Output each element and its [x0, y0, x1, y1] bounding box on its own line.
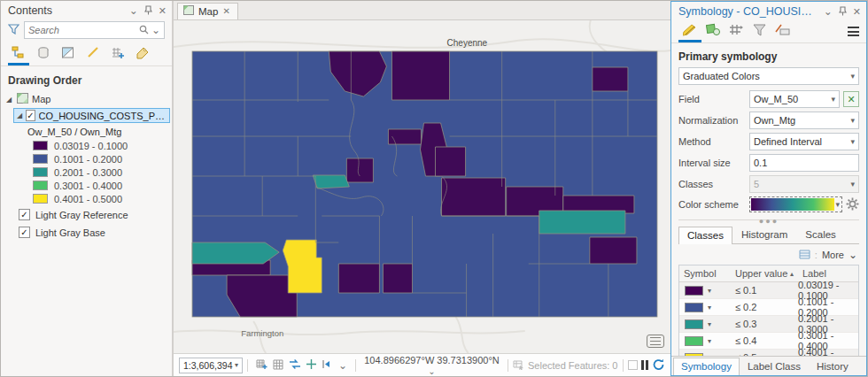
class-swatch[interactable]: [685, 319, 703, 329]
tab-classes[interactable]: Classes: [678, 227, 732, 244]
bottom-tab-history[interactable]: History: [809, 358, 856, 375]
symbology-close-icon[interactable]: ✕: [853, 7, 861, 17]
list-by-labeling-icon[interactable]: [132, 46, 153, 65]
gear-icon[interactable]: [846, 197, 859, 212]
color-scheme-label: Color scheme: [678, 199, 746, 210]
table-view-icon[interactable]: [799, 250, 810, 261]
color-scheme-row: Color scheme ▾: [678, 196, 859, 212]
symbology-type-select[interactable]: Graduated Colors▾: [678, 67, 859, 85]
legend-row[interactable]: 0.4001 - 0.5000: [1, 192, 172, 205]
more-row: : More ⌄: [678, 244, 859, 265]
filter-icon[interactable]: [8, 24, 19, 36]
new-map-grid-icon[interactable]: [256, 359, 267, 372]
coords-dropdown-icon[interactable]: ⌄: [428, 366, 435, 376]
expression-button[interactable]: ✕: [843, 91, 859, 107]
map-view-tab[interactable]: Map ✕: [177, 3, 238, 19]
list-by-drawing-order-icon[interactable]: [8, 46, 29, 65]
grid-icon[interactable]: [273, 359, 283, 372]
layer-item-selected[interactable]: ◢ ✓ CO_HOUSING_COSTS_PCT_HOUSEHOLD_INCO.…: [13, 108, 170, 123]
search-options-icon[interactable]: ⌄: [151, 25, 160, 35]
collapse-icon[interactable]: ⌄: [129, 5, 138, 16]
base-layer-checkbox[interactable]: ✓: [19, 227, 30, 238]
pane-splitter[interactable]: ●●●: [678, 219, 859, 226]
legend-swatch[interactable]: [33, 194, 48, 204]
pause-drawing-icon[interactable]: [641, 360, 649, 370]
list-by-data-source-icon[interactable]: [33, 46, 54, 65]
close-icon[interactable]: ✕: [159, 6, 167, 16]
more-button[interactable]: More: [822, 250, 844, 260]
county-polygons[interactable]: [192, 51, 657, 317]
legend-row[interactable]: 0.1001 - 0.2000: [1, 152, 172, 165]
menu-icon[interactable]: [848, 27, 859, 42]
reference-layer-label: Light Gray Reference: [35, 210, 128, 220]
contents-search-row: ⌄: [1, 19, 172, 42]
navigator-icon[interactable]: [322, 359, 333, 371]
base-layer-item[interactable]: ✓ Light Gray Base: [1, 223, 172, 241]
swap-arrows-icon[interactable]: [289, 359, 301, 371]
more-dropdown-icon[interactable]: ⌄: [849, 249, 857, 261]
choropleth-map[interactable]: Cheyenne Farmington: [174, 20, 670, 353]
field-row: Field Ow_M_50▾ ✕: [678, 90, 859, 108]
primary-symbology-icon[interactable]: [678, 23, 701, 42]
expand-icon[interactable]: ◢: [4, 96, 13, 104]
search-icon[interactable]: [139, 25, 149, 36]
symbology-collapse-icon[interactable]: ⌄: [824, 6, 833, 17]
legend-label: 0.4001 - 0.5000: [54, 194, 122, 204]
list-by-snapping-icon[interactable]: [107, 46, 128, 65]
class-swatch[interactable]: [685, 336, 703, 346]
legend-row[interactable]: 0.2001 - 0.3000: [1, 165, 172, 179]
scale-dropdown-icon[interactable]: ▾: [235, 361, 238, 369]
coordinates-display[interactable]: 104.8966297°W 39.7313900°N ⌄: [360, 355, 503, 376]
legend-row[interactable]: 0.03019 - 0.1000: [1, 139, 172, 152]
method-select[interactable]: Defined Interval▾: [749, 133, 859, 150]
bottom-tab-label-class[interactable]: Label Class: [740, 358, 809, 375]
legend-swatch[interactable]: [33, 181, 48, 190]
legend-row[interactable]: 0.3001 - 0.4000: [1, 179, 172, 192]
filter-symbology-icon[interactable]: [748, 24, 771, 42]
vary-symbology-icon[interactable]: [701, 23, 725, 42]
symbol-layer-drawing-icon[interactable]: [725, 23, 748, 42]
statusbar-more-icon[interactable]: ⌄: [338, 360, 347, 371]
feedback-icon[interactable]: [647, 335, 664, 348]
tab-scales[interactable]: Scales: [796, 226, 845, 243]
attributes-icon[interactable]: [628, 360, 638, 370]
bottom-tab-symbology[interactable]: Symbology: [673, 358, 740, 375]
map-tab-close-icon[interactable]: ✕: [222, 6, 229, 16]
class-upper[interactable]: ≤ 0.1: [731, 285, 798, 296]
scale-symbols-icon[interactable]: [771, 23, 794, 42]
normalization-select[interactable]: Own_Mtg▾: [749, 112, 859, 129]
layer-checkbox[interactable]: ✓: [26, 110, 35, 121]
legend-swatch[interactable]: [33, 167, 48, 177]
refresh-icon[interactable]: [652, 358, 665, 373]
pin-icon[interactable]: [144, 5, 152, 17]
search-input[interactable]: [28, 25, 139, 35]
class-upper[interactable]: ≤ 0.3: [731, 319, 798, 329]
class-swatch[interactable]: [685, 303, 703, 312]
class-swatch[interactable]: [685, 286, 703, 296]
list-by-selection-icon[interactable]: [58, 46, 79, 65]
interval-size-input[interactable]: 0.1: [749, 154, 859, 172]
class-upper[interactable]: ≤ 0.2: [731, 302, 798, 312]
contents-title: Contents: [8, 4, 123, 17]
layer-name: CO_HOUSING_COSTS_PCT_HOUSEHOLD_INCO...: [39, 111, 167, 121]
sort-asc-icon: ▴: [790, 270, 794, 278]
legend-swatch[interactable]: [33, 154, 48, 164]
layer-expand-icon[interactable]: ◢: [17, 112, 22, 119]
crosshair-icon[interactable]: [306, 359, 316, 371]
legend-swatch[interactable]: [33, 141, 48, 150]
reference-layer-item[interactable]: ✓ Light Gray Reference: [1, 205, 172, 223]
selected-features[interactable]: Selected Features: 0: [513, 360, 618, 371]
contents-header: Contents ⌄ ✕: [1, 1, 172, 19]
tab-histogram[interactable]: Histogram: [732, 226, 796, 243]
col-upper-value[interactable]: Upper value▴: [731, 265, 798, 281]
color-scheme-select[interactable]: ▾: [749, 196, 842, 212]
field-select[interactable]: Ow_M_50▾: [749, 90, 840, 108]
class-upper[interactable]: ≤ 0.4: [731, 335, 798, 346]
col-symbol[interactable]: Symbol: [679, 265, 731, 281]
list-by-editing-icon[interactable]: [82, 46, 104, 65]
reference-layer-checkbox[interactable]: ✓: [19, 209, 30, 220]
map-tree-item[interactable]: ◢ Map: [1, 91, 172, 107]
scale-combobox[interactable]: 1:3,606,394 ▾: [179, 358, 243, 373]
symbology-pin-icon[interactable]: [839, 6, 847, 18]
map-canvas[interactable]: Cheyenne Farmington: [174, 20, 670, 353]
